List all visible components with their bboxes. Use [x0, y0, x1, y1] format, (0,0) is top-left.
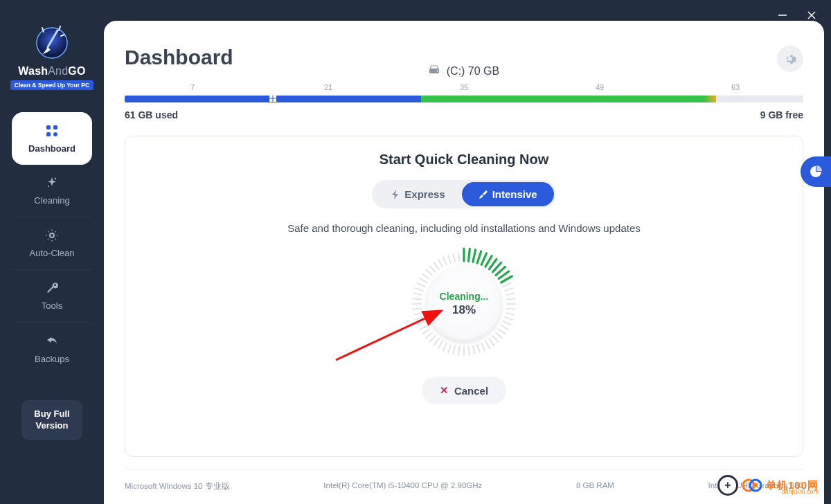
sidebar-item-backups[interactable]: Backups — [12, 323, 92, 375]
svg-line-57 — [426, 332, 432, 338]
sidebar-item-dashboard[interactable]: Dashboard — [12, 112, 92, 165]
ruler-tick: 35 — [460, 83, 468, 91]
sparkle-icon — [45, 176, 59, 190]
svg-line-55 — [434, 339, 439, 345]
mode-intensive[interactable]: Intensive — [462, 182, 554, 206]
sidebar-item-tools[interactable]: Tools — [12, 270, 92, 323]
svg-line-53 — [443, 343, 447, 351]
svg-line-48 — [468, 347, 469, 355]
svg-line-71 — [426, 269, 432, 275]
svg-line-37 — [505, 317, 512, 320]
brand-part-3: GO — [68, 65, 85, 77]
svg-line-77 — [454, 254, 455, 262]
minimize-button[interactable] — [774, 7, 791, 24]
svg-line-76 — [448, 255, 451, 263]
mode-switch: Express Intensive — [372, 180, 555, 208]
buy-line-1: Buy Full — [27, 408, 77, 420]
svg-line-69 — [420, 278, 427, 282]
mode-label: Intensive — [492, 188, 537, 200]
mode-express[interactable]: Express — [374, 182, 461, 206]
buy-full-version-button[interactable]: Buy Full Version — [21, 400, 82, 440]
svg-line-59 — [420, 325, 427, 330]
brand-tagline: Clean & Speed Up Your PC — [10, 80, 93, 90]
sysinfo-os: Microsoft Windows 10 专业版 — [125, 481, 230, 492]
ruler-tick: 21 — [324, 83, 332, 91]
gear-icon — [784, 53, 796, 65]
sidebar-item-auto-clean[interactable]: Auto-Clean — [12, 217, 92, 270]
svg-line-30 — [503, 283, 511, 287]
broom-icon — [479, 190, 488, 199]
svg-line-50 — [458, 347, 459, 355]
svg-line-29 — [501, 276, 512, 282]
svg-line-72 — [429, 266, 435, 272]
brand-part-1: Wash — [18, 65, 48, 77]
disk-ruler: 7 21 35 49 63 — [125, 83, 803, 96]
svg-rect-15 — [269, 96, 273, 98]
svg-line-62 — [414, 313, 422, 314]
svg-line-45 — [481, 343, 485, 351]
svg-rect-9 — [46, 132, 51, 136]
svg-line-42 — [492, 336, 498, 342]
svg-line-46 — [477, 345, 480, 352]
svg-line-44 — [485, 341, 490, 348]
svg-line-32 — [506, 294, 515, 295]
disk-used-label: 61 GB used — [125, 109, 178, 120]
svg-rect-7 — [46, 125, 51, 129]
dashboard-icon — [45, 124, 59, 138]
disk-header: (C:) 70 GB — [125, 65, 803, 78]
bar-segment-free — [716, 96, 803, 102]
svg-point-3 — [37, 28, 67, 58]
mode-label: Express — [404, 188, 445, 200]
disk-free-label: 9 GB free — [760, 109, 803, 120]
svg-line-39 — [501, 325, 508, 330]
svg-line-31 — [505, 288, 512, 291]
sysinfo-ram: 8 GB RAM — [576, 481, 614, 492]
disk-usage-bar — [125, 96, 803, 102]
svg-point-12 — [48, 186, 49, 187]
svg-line-23 — [481, 253, 486, 264]
sidebar-item-cleaning[interactable]: Cleaning — [12, 165, 92, 217]
svg-rect-8 — [53, 125, 57, 129]
app-logo-icon — [33, 22, 71, 61]
svg-line-73 — [434, 262, 439, 269]
stats-fab-button[interactable] — [801, 156, 831, 187]
cleaning-card: Start Quick Cleaning Now Express Intensi… — [125, 136, 803, 457]
mode-description: Safe and thorough cleaning, including ol… — [287, 222, 641, 234]
svg-line-68 — [417, 283, 425, 287]
wrench-icon — [45, 281, 59, 295]
svg-line-40 — [499, 329, 506, 334]
svg-line-41 — [496, 332, 502, 338]
svg-line-58 — [422, 329, 429, 334]
sidebar-item-label: Backups — [35, 354, 69, 364]
svg-point-14 — [436, 71, 438, 72]
pie-chart-icon — [809, 165, 823, 179]
ruler-tick: 7 — [190, 83, 195, 91]
sidebar-item-label: Dashboard — [28, 143, 75, 154]
svg-line-67 — [416, 288, 423, 291]
svg-rect-17 — [269, 99, 273, 102]
undo-icon — [45, 334, 59, 348]
dial-center: Cleaning... 18% — [427, 267, 501, 341]
svg-line-22 — [477, 251, 481, 263]
windows-icon — [269, 96, 276, 102]
svg-line-52 — [448, 345, 451, 352]
progress-status: Cleaning... — [440, 291, 489, 302]
svg-line-43 — [489, 339, 494, 345]
ruler-tick: 63 — [731, 83, 740, 91]
svg-line-60 — [417, 321, 425, 325]
cancel-button[interactable]: ✕ Cancel — [422, 377, 506, 404]
close-button[interactable] — [803, 7, 820, 24]
svg-point-10 — [53, 132, 57, 136]
bar-segment-user — [421, 96, 715, 102]
svg-line-65 — [413, 298, 421, 299]
svg-line-21 — [473, 250, 476, 262]
sidebar-item-label: Tools — [42, 300, 62, 311]
svg-line-36 — [506, 313, 515, 314]
sysinfo-cpu: Intel(R) Core(TM) i5-10400 CPU @ 2.90GHz — [323, 481, 482, 492]
sysinfo-gpu: Intel(R) UHD Graphics 630 — [708, 481, 803, 492]
svg-line-56 — [429, 336, 435, 342]
cleaning-title: Start Quick Cleaning Now — [379, 152, 548, 168]
sidebar-item-label: Auto-Clean — [29, 248, 74, 258]
svg-line-24 — [485, 256, 492, 267]
progress-dial: Cleaning... 18% — [405, 245, 523, 363]
